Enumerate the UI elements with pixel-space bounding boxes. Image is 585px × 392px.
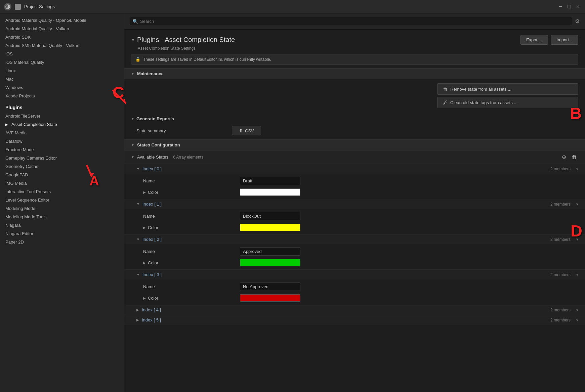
- sidebar-item-modeling-mode[interactable]: Modeling Mode: [0, 204, 124, 213]
- color-swatch-3[interactable]: [240, 294, 300, 302]
- sidebar-item-geometry-cache[interactable]: Geometry Cache: [0, 162, 124, 171]
- titlebar: U Project Settings − □ ×: [0, 0, 585, 13]
- page-title-text: Plugins - Asset Completion State: [137, 36, 235, 44]
- states-config: ▼ States Configuration ▼ Available State…: [124, 139, 585, 325]
- maintenance-section-header[interactable]: ▼ Maintenance: [124, 68, 585, 79]
- plugins-section-header: Plugins: [0, 100, 124, 112]
- sidebar-label: Linux: [5, 68, 16, 73]
- clean-state-button[interactable]: 🖌 Clean old state tags from assets ...: [437, 97, 578, 108]
- sidebar-item-niagara[interactable]: Niagara: [0, 221, 124, 229]
- index-label-1: Index [ 1 ]: [142, 202, 548, 207]
- name-input-1[interactable]: [240, 212, 300, 220]
- sidebar-item-avf-media[interactable]: AVF Media: [0, 129, 124, 137]
- color-swatch-1[interactable]: [240, 224, 300, 231]
- index-label-4: Index [ 4 ]: [142, 307, 548, 312]
- sidebar-label: Dataflow: [5, 139, 23, 144]
- color-swatch-0[interactable]: [240, 188, 300, 196]
- color-swatch-2[interactable]: [240, 259, 300, 266]
- sidebar-item-android-sdk[interactable]: Android SDK: [0, 33, 124, 41]
- available-states-collapse-icon[interactable]: ▼: [131, 155, 134, 159]
- remove-state-button[interactable]: 🗑 Remove state from all assets ...: [437, 83, 578, 95]
- index-header-1[interactable]: ▼ Index [ 1 ] 2 members ∨: [124, 199, 585, 209]
- index-header-5[interactable]: ▶ Index [ 5 ] 2 members ∨: [124, 315, 585, 325]
- settings-gear-icon[interactable]: ⚙: [575, 18, 580, 25]
- sidebar-item-linux[interactable]: Linux: [0, 67, 124, 75]
- export-button[interactable]: Export...: [520, 35, 548, 45]
- index-header-3[interactable]: ▼ Index [ 3 ] 2 members ∨: [124, 270, 585, 279]
- window-title: Project Settings: [24, 4, 554, 9]
- expand-icon-1: ∨: [576, 202, 578, 206]
- restore-button[interactable]: □: [566, 4, 572, 10]
- index-fields-2: Name ▶ Color: [124, 244, 585, 269]
- sidebar-item-android-vulkan[interactable]: Android Material Quality - Vulkan: [0, 25, 124, 33]
- close-button[interactable]: ×: [575, 4, 581, 10]
- state-header-actions: ⊕ 🗑: [560, 153, 578, 161]
- sidebar-item-ios-material[interactable]: iOS Material Quality: [0, 58, 124, 67]
- sidebar-item-level-sequence[interactable]: Level Sequence Editor: [0, 196, 124, 204]
- chevron-right-icon: ▶: [136, 318, 139, 322]
- collapse-arrow-icon[interactable]: ▼: [131, 38, 135, 42]
- sidebar-item-paper2d[interactable]: Paper 2D: [0, 238, 124, 246]
- trash-icon: 🗑: [443, 86, 448, 92]
- sidebar-item-android-opengl[interactable]: Android Material Quality - OpenGL Mobile: [0, 16, 124, 25]
- name-label-0: Name: [143, 178, 237, 183]
- sidebar-label: Android Material Quality - OpenGL Mobile: [5, 18, 86, 23]
- search-input[interactable]: [130, 17, 572, 26]
- maintenance-section: ▼ Maintenance 🗑 Remove state from all as…: [124, 68, 585, 112]
- sidebar-item-niagara-editor[interactable]: Niagara Editor: [0, 229, 124, 238]
- main-layout: Android Material Quality - OpenGL Mobile…: [0, 13, 585, 392]
- brush-icon: 🖌: [443, 100, 448, 105]
- name-input-2[interactable]: [240, 247, 300, 256]
- color-label-3: ▶ Color: [143, 296, 237, 301]
- expand-arrow-icon: ▶: [5, 123, 9, 126]
- sidebar-label: Asset Completion State: [11, 122, 57, 127]
- available-states-label: Available States 6 Array elements: [137, 155, 558, 160]
- sidebar-item-mac[interactable]: Mac: [0, 75, 124, 83]
- color-expand-icon-2[interactable]: ▶: [143, 261, 146, 265]
- index-header-2[interactable]: ▼ Index [ 2 ] 2 members ∨: [124, 234, 585, 244]
- report-row: State summary ⬆ CSV: [131, 125, 578, 137]
- sidebar-item-fracture-mode[interactable]: Fracture Mode: [0, 145, 124, 154]
- members-label-0: 2 members: [550, 167, 571, 171]
- color-label-2: ▶ Color: [143, 260, 237, 265]
- color-expand-icon-3[interactable]: ▶: [143, 296, 146, 300]
- sidebar-item-googlepad[interactable]: GooglePAD: [0, 171, 124, 179]
- sidebar-item-interactive-tool[interactable]: Interactive Tool Presets: [0, 187, 124, 196]
- sidebar-label: Windows: [5, 85, 23, 90]
- delete-state-button[interactable]: 🗑: [570, 154, 578, 161]
- sidebar-item-windows[interactable]: Windows: [0, 83, 124, 92]
- members-label-1: 2 members: [550, 202, 571, 207]
- index-header-4[interactable]: ▶ Index [ 4 ] 2 members ∨: [124, 305, 585, 315]
- index-header-0[interactable]: ▼ Index [ 0 ] 2 members ∨: [124, 164, 585, 174]
- sidebar-item-ios[interactable]: iOS: [0, 50, 124, 58]
- name-input-3[interactable]: [240, 282, 300, 291]
- maintenance-buttons: 🗑 Remove state from all assets ... 🖌 Cle…: [124, 79, 585, 112]
- add-state-button[interactable]: ⊕: [560, 153, 568, 161]
- state-summary-label: State summary: [131, 128, 232, 133]
- import-button[interactable]: Import...: [551, 35, 578, 45]
- sidebar-item-android-sm5[interactable]: Android SM5 Material Quality - Vulkan: [0, 41, 124, 50]
- remove-state-label: Remove state from all assets ...: [450, 87, 511, 92]
- sidebar: Android Material Quality - OpenGL Mobile…: [0, 13, 124, 392]
- minimize-button[interactable]: −: [557, 4, 563, 10]
- states-config-header[interactable]: ▼ States Configuration: [124, 139, 585, 150]
- members-label-3: 2 members: [550, 272, 571, 277]
- csv-button[interactable]: ⬆ CSV: [232, 126, 261, 135]
- sidebar-item-dataflow[interactable]: Dataflow: [0, 137, 124, 145]
- name-input-0[interactable]: [240, 177, 300, 185]
- page-title-row: ▼ Plugins - Asset Completion State Expor…: [131, 35, 578, 45]
- sidebar-item-androidfileserver[interactable]: AndroidFileServer: [0, 112, 124, 120]
- sidebar-label: Interactive Tool Presets: [5, 189, 51, 194]
- sidebar-item-asset-completion[interactable]: ▶ Asset Completion State: [0, 120, 124, 129]
- sidebar-item-modeling-mode-tools[interactable]: Modeling Mode Tools: [0, 213, 124, 221]
- sidebar-item-img-media[interactable]: IMG Media: [0, 179, 124, 187]
- sidebar-item-gameplay-cameras[interactable]: Gameplay Cameras Editor: [0, 154, 124, 162]
- generate-collapse-icon: ▼: [131, 117, 134, 121]
- color-expand-icon-0[interactable]: ▶: [143, 190, 146, 194]
- color-expand-icon-1[interactable]: ▶: [143, 226, 146, 229]
- sidebar-item-xcode[interactable]: Xcode Projects: [0, 92, 124, 100]
- color-row-0: ▶ Color: [124, 187, 585, 198]
- generate-header[interactable]: ▼ Generate Report's: [131, 116, 578, 121]
- main-container: ▼ Plugins - Asset Completion State Expor…: [124, 30, 585, 325]
- index-label-2: Index [ 2 ]: [142, 237, 548, 242]
